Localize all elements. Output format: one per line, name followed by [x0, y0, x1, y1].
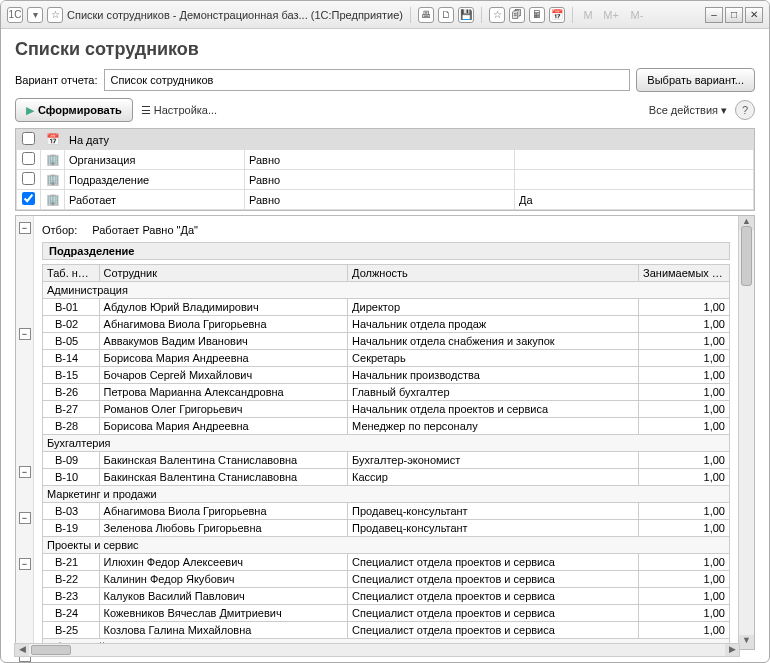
cell-employee: Бакинская Валентина Станиславовна	[99, 452, 348, 469]
cell-position: Начальник отдела проектов и сервиса	[348, 401, 639, 418]
date-icon: 📅	[41, 130, 65, 150]
col-position[interactable]: Должность	[348, 265, 639, 282]
preview-icon[interactable]: 🗋	[438, 7, 454, 23]
cell-position: Специалист отдела проектов и сервиса	[348, 571, 639, 588]
cell-tab: В-24	[43, 605, 100, 622]
cell-employee: Козлова Галина Михайловна	[99, 622, 348, 639]
calculator-icon[interactable]: 🖩	[529, 7, 545, 23]
filter-checkbox[interactable]	[22, 152, 35, 165]
table-row[interactable]: В-01 Абдулов Юрий Владимирович Директор …	[43, 299, 730, 316]
memory-m-btn[interactable]: M	[580, 7, 596, 23]
horizontal-scrollbar[interactable]: ◀ ▶	[14, 643, 740, 657]
maximize-button[interactable]: □	[725, 7, 743, 23]
memory-mplus-btn[interactable]: M+	[600, 7, 622, 23]
settings-link[interactable]: ☰Настройка...	[141, 104, 217, 117]
history-icon[interactable]: 🗐	[509, 7, 525, 23]
table-row[interactable]: В-14 Борисова Мария Андреевна Секретарь …	[43, 350, 730, 367]
group-row[interactable]: Маркетинг и продажи	[43, 486, 730, 503]
cell-position: Менеджер по персоналу	[348, 418, 639, 435]
filters-header: На дату	[65, 130, 754, 150]
filter-value[interactable]	[515, 170, 754, 190]
vertical-scrollbar[interactable]: ▲ ▼	[738, 216, 754, 649]
minimize-button[interactable]: –	[705, 7, 723, 23]
filter-summary-label: Отбор:	[42, 224, 77, 236]
scroll-right-icon[interactable]: ▶	[725, 644, 739, 656]
filter-value[interactable]	[515, 150, 754, 170]
report-table: Таб. номер Сотрудник Должность Занимаемы…	[42, 264, 730, 649]
all-actions-menu[interactable]: Все действия ▾	[649, 104, 727, 117]
group-row[interactable]: Бухгалтерия	[43, 435, 730, 452]
favorite-icon[interactable]: ☆	[489, 7, 505, 23]
cell-tab: В-09	[43, 452, 100, 469]
group-row[interactable]: Администрация	[43, 282, 730, 299]
filter-summary-text: Работает Равно "Да"	[92, 224, 198, 236]
table-row[interactable]: В-24 Кожевников Вячеслав Дмитриевич Спец…	[43, 605, 730, 622]
collapse-toggle[interactable]: −	[19, 512, 31, 524]
filters-panel: 📅 На дату 🏢 Организация Равно 🏢 Подразде…	[15, 128, 755, 211]
collapse-toggle[interactable]: −	[19, 328, 31, 340]
table-row[interactable]: В-15 Бочаров Сергей Михайлович Начальник…	[43, 367, 730, 384]
cell-position: Начальник отдела снабжения и закупок	[348, 333, 639, 350]
page-title: Списки сотрудников	[1, 29, 769, 68]
filter-all-checkbox[interactable]	[22, 132, 35, 145]
report-area: − − − − − − Отбор: Работает Равно "Да" П…	[15, 215, 755, 650]
cell-employee: Бакинская Валентина Станиславовна	[99, 469, 348, 486]
table-row[interactable]: В-10 Бакинская Валентина Станиславовна К…	[43, 469, 730, 486]
cell-position: Кассир	[348, 469, 639, 486]
scroll-down-icon[interactable]: ▼	[739, 635, 754, 649]
title-bar: 1C ▾ ☆ Списки сотрудников - Демонстрацио…	[1, 1, 769, 29]
table-row[interactable]: В-23 Калуков Василий Павлович Специалист…	[43, 588, 730, 605]
settings-icon: ☰	[141, 104, 151, 117]
table-row[interactable]: В-02 Абнагимова Виола Григорьевна Началь…	[43, 316, 730, 333]
print-icon[interactable]: 🖶	[418, 7, 434, 23]
close-button[interactable]: ✕	[745, 7, 763, 23]
table-row[interactable]: В-25 Козлова Галина Михайловна Специалис…	[43, 622, 730, 639]
table-row[interactable]: В-05 Аввакумов Вадим Иванович Начальник …	[43, 333, 730, 350]
table-row[interactable]: В-21 Илюхин Федор Алексеевич Специалист …	[43, 554, 730, 571]
table-row[interactable]: В-27 Романов Олег Григорьевич Начальник …	[43, 401, 730, 418]
help-button[interactable]: ?	[735, 100, 755, 120]
collapse-toggle[interactable]: −	[19, 222, 31, 234]
filter-field[interactable]: Подразделение	[65, 170, 245, 190]
cell-position: Начальник производства	[348, 367, 639, 384]
calendar-icon[interactable]: 📅	[549, 7, 565, 23]
collapse-toggle[interactable]: −	[19, 558, 31, 570]
scroll-left-icon[interactable]: ◀	[15, 644, 29, 656]
col-rates[interactable]: Занимаемых ставок	[639, 265, 730, 282]
filter-op[interactable]: Равно	[245, 170, 515, 190]
form-button[interactable]: ▶Сформировать	[15, 98, 133, 122]
filter-op[interactable]: Равно	[245, 150, 515, 170]
scroll-thumb[interactable]	[31, 645, 71, 655]
dropdown-icon[interactable]: ▾	[27, 7, 43, 23]
filter-checkbox[interactable]	[22, 172, 35, 185]
cell-tab: В-10	[43, 469, 100, 486]
cell-employee: Аввакумов Вадим Иванович	[99, 333, 348, 350]
table-row[interactable]: В-22 Калинин Федор Якубович Специалист о…	[43, 571, 730, 588]
cell-position: Специалист отдела проектов и сервиса	[348, 605, 639, 622]
choose-variant-button[interactable]: Выбрать вариант...	[636, 68, 755, 92]
app-icon: 1C	[7, 7, 23, 23]
table-row[interactable]: В-03 Абнагимова Виола Григорьевна Продав…	[43, 503, 730, 520]
col-employee[interactable]: Сотрудник	[99, 265, 348, 282]
collapse-toggle[interactable]: −	[19, 466, 31, 478]
col-tab-number[interactable]: Таб. номер	[43, 265, 100, 282]
filter-value[interactable]: Да	[515, 190, 754, 210]
save-icon[interactable]: 💾	[458, 7, 474, 23]
filter-field[interactable]: Работает	[65, 190, 245, 210]
memory-mminus-btn[interactable]: M-	[626, 7, 648, 23]
table-row[interactable]: В-09 Бакинская Валентина Станиславовна Б…	[43, 452, 730, 469]
filter-field[interactable]: Организация	[65, 150, 245, 170]
table-row[interactable]: В-26 Петрова Марианна Александровна Глав…	[43, 384, 730, 401]
cell-rate: 1,00	[639, 384, 730, 401]
cell-employee: Абнагимова Виола Григорьевна	[99, 503, 348, 520]
table-row[interactable]: В-28 Борисова Мария Андреевна Менеджер п…	[43, 418, 730, 435]
filter-op[interactable]: Равно	[245, 190, 515, 210]
variant-label: Вариант отчета:	[15, 74, 98, 86]
filter-checkbox[interactable]	[22, 192, 35, 205]
scroll-thumb[interactable]	[741, 226, 752, 286]
variant-input[interactable]	[104, 69, 631, 91]
group-row[interactable]: Проекты и сервис	[43, 537, 730, 554]
star-icon[interactable]: ☆	[47, 7, 63, 23]
table-row[interactable]: В-19 Зеленова Любовь Григорьевна Продаве…	[43, 520, 730, 537]
play-icon: ▶	[26, 104, 34, 117]
